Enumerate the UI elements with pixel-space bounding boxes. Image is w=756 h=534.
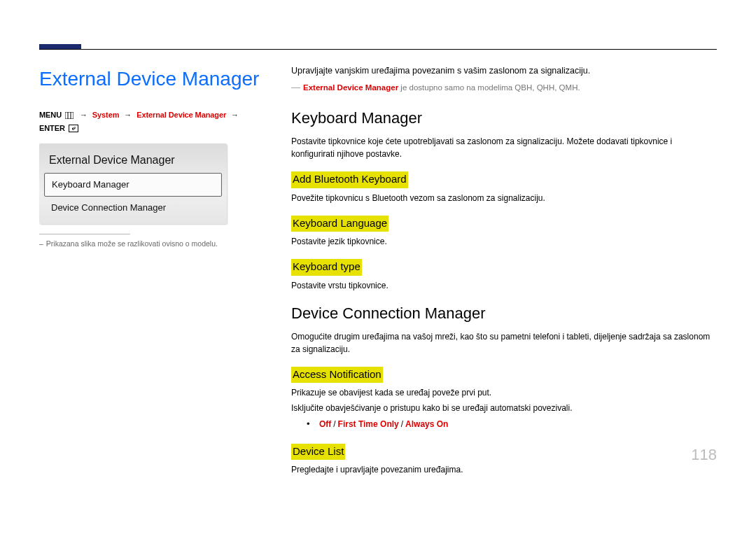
right-column: Upravljajte vanjskim uređajima povezanim… xyxy=(291,64,717,483)
subsection-add-bluetooth-keyboard: Add Bluetooth Keyboard xyxy=(291,171,408,188)
page-number: 118 xyxy=(691,443,717,466)
breadcrumb-enter-label: ENTER xyxy=(39,124,65,132)
osd-item-device-connection-manager[interactable]: Device Connection Manager xyxy=(44,197,222,219)
footnote: –Prikazana slika može se razlikovati ovi… xyxy=(39,239,263,249)
left-column: External Device Manager MENU → System → … xyxy=(39,64,291,483)
section-desc: Postavite tipkovnice koje ćete upotreblj… xyxy=(291,135,717,160)
osd-item-label: Keyboard Manager xyxy=(52,179,130,190)
chapter-tab xyxy=(39,44,81,49)
manual-page: External Device Manager MENU → System → … xyxy=(0,0,756,483)
menu-grid-icon xyxy=(65,111,74,122)
arrow-right-icon: → xyxy=(124,111,132,119)
svg-rect-0 xyxy=(65,112,74,119)
footnote-text: Prikazana slika može se razlikovati ovis… xyxy=(46,239,218,248)
subsection-desc: Pregledajte i upravljajte povezanim uređ… xyxy=(291,463,717,476)
subsection-desc-2: Isključite obavješćivanje o pristupu kak… xyxy=(291,402,717,414)
breadcrumb-edm: External Device Manager xyxy=(136,111,226,119)
enter-icon xyxy=(69,124,78,136)
section-desc: Omogućite drugim uređajima na vašoj mrež… xyxy=(291,330,717,356)
divider xyxy=(39,234,130,234)
availability-rest: je dostupno samo na modelima QBH, QHH, Q… xyxy=(398,83,580,92)
dash-icon: – xyxy=(39,239,43,248)
subsection-desc: Povežite tipkovnicu s Bluetooth vezom sa… xyxy=(291,192,717,204)
breadcrumb-system: System xyxy=(92,111,120,119)
horizontal-rule xyxy=(39,49,717,50)
subsection-desc: Postavite jezik tipkovnice. xyxy=(291,235,717,248)
intro-text: Upravljajte vanjskim uređajima povezanim… xyxy=(291,64,717,78)
option-always-on: Always On xyxy=(405,419,448,429)
osd-item-keyboard-manager[interactable]: Keyboard Manager xyxy=(44,173,222,197)
subsection-desc: Prikazuje se obavijest kada se uređaj po… xyxy=(291,386,717,399)
section-heading-keyboard-manager: Keyboard Manager xyxy=(291,106,717,129)
availability-note: ―External Device Manager je dostupno sam… xyxy=(291,80,717,94)
page-title: External Device Manager xyxy=(39,64,263,94)
subsection-keyboard-language: Keyboard Language xyxy=(291,216,388,232)
option-first-time-only: First Time Only xyxy=(338,419,399,429)
subsection-desc: Postavite vrstu tipkovnice. xyxy=(291,279,717,292)
option-line: Off/First Time Only/Always On xyxy=(307,417,717,431)
arrow-right-icon: → xyxy=(231,111,239,119)
em-dash-icon: ― xyxy=(291,82,300,92)
osd-panel: External Device Manager Keyboard Manager… xyxy=(39,143,227,224)
subsection-keyboard-type: Keyboard type xyxy=(291,259,362,276)
option-off: Off xyxy=(319,419,331,429)
breadcrumb-menu-label: MENU xyxy=(39,111,62,119)
osd-title: External Device Manager xyxy=(43,149,223,173)
arrow-right-icon: → xyxy=(80,111,88,119)
section-heading-device-connection-manager: Device Connection Manager xyxy=(291,302,717,325)
feature-name: External Device Manager xyxy=(303,83,398,92)
subsection-access-notification: Access Notification xyxy=(291,367,383,384)
options-list: Off/First Time Only/Always On xyxy=(291,417,717,431)
breadcrumb: MENU → System → External Device Manager … xyxy=(39,109,263,135)
osd-item-label: Device Connection Manager xyxy=(51,202,166,213)
subsection-device-list: Device List xyxy=(291,444,345,461)
